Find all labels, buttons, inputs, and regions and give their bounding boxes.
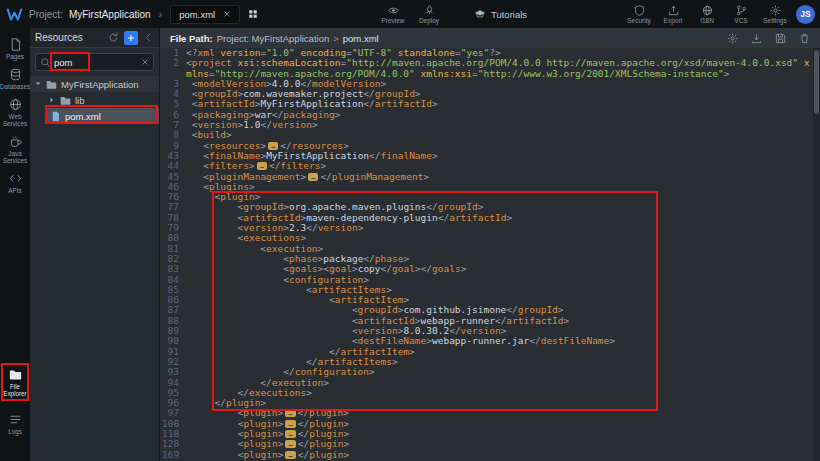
code-line-text: <version>1.0</version> <box>186 120 820 130</box>
sidebar-bottom-group: File ExplorerLogs <box>0 364 30 439</box>
search-input[interactable] <box>35 53 154 71</box>
security-button[interactable]: Security <box>626 5 652 24</box>
sidebar-item-logs[interactable]: Logs <box>0 409 30 439</box>
close-icon[interactable] <box>223 10 231 18</box>
code-line: 43 <finalName>MyFirstApplication</finalN… <box>160 151 820 161</box>
search-icon <box>40 57 51 68</box>
code-fold-marker[interactable]: … <box>285 430 295 438</box>
i18n-button[interactable]: I18N <box>694 5 720 24</box>
branch-icon <box>736 5 747 16</box>
sidebar-item-pages[interactable]: Pages <box>0 34 30 64</box>
project-name: MyFirstApplication <box>69 9 151 20</box>
api-icon <box>9 172 22 185</box>
caret-down-icon[interactable] <box>34 80 42 88</box>
project-label: Project: <box>29 9 63 20</box>
line-number: 83 <box>162 264 186 274</box>
search-value-field[interactable] <box>54 57 138 68</box>
sidebar-top-group: PagesDatabasesWeb ServicesJava ServicesA… <box>0 28 30 198</box>
resources-title: Resources <box>35 32 103 43</box>
tree-item-pom-xml[interactable]: pom.xml <box>46 108 159 124</box>
globe-icon <box>9 98 22 111</box>
tutorials-button[interactable]: Tutorials <box>474 0 527 28</box>
code-line: 93 </configuration> <box>160 367 820 377</box>
export-icon <box>668 5 679 16</box>
eye-icon <box>388 5 399 16</box>
code-fold-marker[interactable]: … <box>285 440 295 448</box>
resources-header: Resources <box>30 28 159 48</box>
tab-pom-xml[interactable]: pom.xml <box>170 5 240 24</box>
code-line: 2<project xsi:schemaLocation="http://mav… <box>160 58 820 79</box>
settings-button[interactable]: Settings <box>762 5 788 24</box>
resources-panel: Resources MyFirstApplicationlibpom.xml <box>30 28 160 461</box>
code-fold-marker[interactable]: … <box>285 451 295 459</box>
caret-right-icon[interactable] <box>48 96 56 104</box>
deploy-button[interactable]: Deploy <box>416 5 442 24</box>
topbar: Project: MyFirstApplication › pom.xml Pr… <box>0 0 820 28</box>
export-button[interactable]: Export <box>660 5 686 24</box>
tab-label: pom.xml <box>179 9 215 20</box>
topbar-right-actions: SecurityExportI18NVCSSettings JS <box>626 0 815 28</box>
tab-grid-icon[interactable] <box>246 9 258 19</box>
code-line-text: <plugin>…</plugin> <box>186 450 820 460</box>
cup-icon <box>9 135 22 148</box>
shield-icon <box>634 5 645 16</box>
file-actions <box>727 33 810 44</box>
file-path-label: File Path: <box>170 33 213 44</box>
settings-icon[interactable] <box>727 33 738 44</box>
db-icon <box>9 68 22 81</box>
code-fold-marker[interactable]: … <box>308 173 318 181</box>
code-fold-marker[interactable]: … <box>257 162 267 170</box>
rocket-icon <box>424 5 435 16</box>
code-line: 83 <goals><goal>copy</goal></goals> <box>160 264 820 274</box>
globe-icon <box>702 5 713 16</box>
sidebar-item-web-services[interactable]: Web Services <box>0 94 30 131</box>
download-icon[interactable] <box>751 33 762 44</box>
code-line: 7 <version>1.0</version> <box>160 120 820 130</box>
folder-icon <box>46 79 57 90</box>
sidebar-item-databases[interactable]: Databases <box>0 64 30 94</box>
clear-search-icon[interactable] <box>141 58 149 66</box>
wavemaker-ide: Project: MyFirstApplication › pom.xml Pr… <box>0 0 820 461</box>
delete-icon[interactable] <box>799 33 810 44</box>
topbar-center-actions: PreviewDeploy <box>380 0 442 28</box>
left-sidebar: PagesDatabasesWeb ServicesJava ServicesA… <box>0 28 30 461</box>
sidebar-item-apis[interactable]: APIs <box>0 168 30 198</box>
code-line-text: <project xsi:schemaLocation="http://mave… <box>186 58 820 79</box>
code-fold-marker[interactable]: … <box>285 409 295 417</box>
avatar[interactable]: JS <box>796 5 815 24</box>
code-lines: 1<?xml version="1.0" encoding="UTF-8" st… <box>160 48 820 460</box>
editor-scrollbar[interactable] <box>813 48 820 461</box>
code-line-text: </executions> <box>186 388 820 398</box>
add-resource-button[interactable] <box>124 31 138 45</box>
topbar-left: Project: MyFirstApplication › pom.xml <box>6 0 258 28</box>
file-tree: MyFirstApplicationlibpom.xml <box>30 76 159 124</box>
logs-icon <box>9 413 22 426</box>
sidebar-item-java-services[interactable]: Java Services <box>0 131 30 168</box>
code-editor[interactable]: 1<?xml version="1.0" encoding="UTF-8" st… <box>160 48 820 461</box>
sidebar-item-file-explorer[interactable]: File Explorer <box>0 364 30 401</box>
refresh-icon[interactable] <box>108 32 119 43</box>
graduation-cap-icon <box>474 8 486 20</box>
file-path-bar: File Path: Project: MyFirstApplication >… <box>160 28 820 48</box>
file-path-project: Project: MyFirstApplication <box>217 33 329 44</box>
line-number: 2 <box>162 58 186 79</box>
file-path-file: pom.xml <box>343 33 379 44</box>
tree-item-myfirstapplication[interactable]: MyFirstApplication <box>30 76 159 92</box>
tree-item-lib[interactable]: lib <box>30 92 159 108</box>
file-icon <box>9 38 22 51</box>
collapse-panel-icon[interactable] <box>143 32 154 43</box>
file-path-separator: > <box>333 33 339 44</box>
scrollbar-thumb[interactable] <box>814 50 819 114</box>
editor-area: File Path: Project: MyFirstApplication >… <box>160 28 820 461</box>
folder-icon <box>9 368 22 381</box>
save-icon[interactable] <box>775 33 786 44</box>
preview-button[interactable]: Preview <box>380 5 406 24</box>
vcs-button[interactable]: VCS <box>728 5 754 24</box>
file-icon <box>50 111 61 122</box>
code-fold-marker[interactable]: … <box>268 142 278 150</box>
code-fold-marker[interactable]: … <box>285 420 295 428</box>
line-number: 93 <box>162 367 186 377</box>
code-line-text: <plugins> <box>186 182 820 192</box>
wavemaker-logo-icon[interactable] <box>6 6 23 23</box>
gear-icon <box>770 5 781 16</box>
